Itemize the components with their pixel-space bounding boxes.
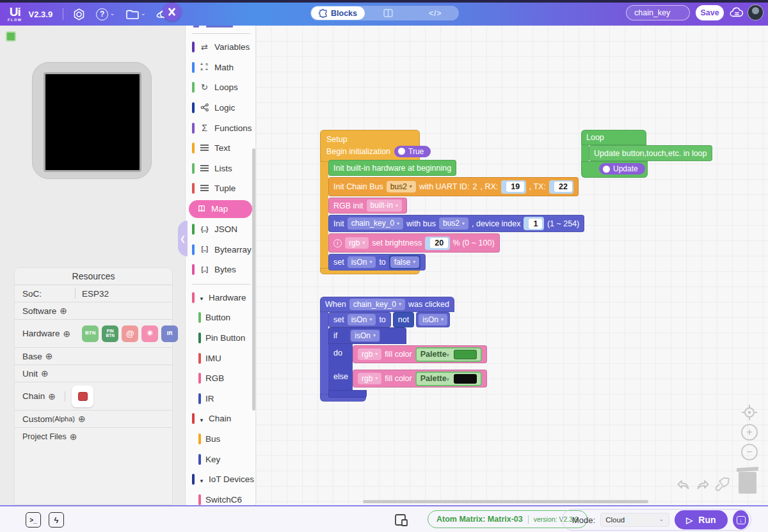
variable-dropdown[interactable]: isOn: [348, 256, 376, 268]
category-functions[interactable]: Σ Functions: [186, 118, 255, 138]
badge-btn[interactable]: BTN: [82, 325, 99, 342]
sidebar-collapse-handle[interactable]: ❮: [178, 221, 188, 256]
redo-button[interactable]: [695, 478, 710, 495]
bus-dropdown[interactable]: bus2: [387, 181, 416, 192]
brightness-input[interactable]: 20: [425, 237, 449, 250]
rgb-init-block[interactable]: RGB init built-in: [328, 198, 407, 214]
variable-dropdown[interactable]: isOn: [419, 314, 447, 325]
trash-button[interactable]: [735, 464, 760, 499]
if-block[interactable]: if isOn: [328, 327, 406, 344]
category-rgb[interactable]: RGB: [186, 368, 255, 389]
user-avatar[interactable]: [748, 4, 764, 20]
category-button[interactable]: Button: [186, 308, 255, 328]
add-custom-button[interactable]: [75, 414, 86, 424]
edit-device-button[interactable]: [163, 3, 181, 21]
category-iot-devices[interactable]: IoT Devices: [186, 469, 255, 490]
run-button[interactable]: ▷ Run: [675, 510, 728, 529]
add-software-button[interactable]: [56, 306, 67, 316]
category-bytearray[interactable]: [..] Bytearray: [186, 239, 255, 260]
project-name-input[interactable]: chain_key: [626, 5, 690, 20]
rgb-device-dropdown[interactable]: rgb: [345, 237, 369, 249]
if-block-foot[interactable]: [328, 390, 367, 398]
fill-color-else-block[interactable]: rgb fill color Palette: [353, 370, 487, 387]
setup-block[interactable]: Setup Begin initialization True: [320, 130, 420, 162]
add-unit-button[interactable]: [38, 368, 49, 379]
category-logic[interactable]: Logic: [186, 98, 255, 118]
tab-split-view[interactable]: [365, 8, 412, 18]
chain-key-device-chip[interactable]: [72, 386, 93, 407]
add-project-file-button[interactable]: [67, 432, 77, 442]
atom-matrix-device-preview[interactable]: [32, 62, 152, 179]
center-workspace-button[interactable]: [741, 404, 758, 423]
badge-ir[interactable]: IR: [161, 325, 178, 342]
rgb-device-dropdown[interactable]: rgb: [358, 373, 381, 384]
category-lists[interactable]: Lists: [186, 159, 255, 179]
add-base-button[interactable]: [42, 351, 53, 361]
boolean-plug[interactable]: false: [389, 255, 420, 269]
false-dropdown[interactable]: false: [390, 256, 419, 268]
firmware-burn-button[interactable]: ϟ: [49, 512, 64, 528]
bus-dropdown[interactable]: bus2: [439, 217, 468, 229]
save-button[interactable]: Save: [696, 5, 724, 20]
category-map[interactable]: Map: [189, 200, 252, 218]
when-block-spine[interactable]: [320, 312, 328, 394]
variable-dropdown[interactable]: isOn: [351, 330, 380, 341]
init-chain-key-block[interactable]: Init chain_key_0 with bus bus2 , device …: [328, 215, 584, 232]
set-variable-block[interactable]: set isOn to false: [328, 254, 426, 270]
tab-blocks[interactable]: Blocks: [311, 6, 365, 20]
category-math[interactable]: + =× ÷ Math: [186, 58, 255, 78]
set-variable-block[interactable]: set isOn to: [328, 312, 391, 327]
category-pin-button[interactable]: Pin Button: [186, 328, 255, 348]
blockly-workspace[interactable]: Setup Begin initialization True Init bui…: [256, 26, 768, 505]
palette-dropdown[interactable]: Palette: [415, 347, 482, 362]
category-variables[interactable]: ⇄ Variables: [186, 37, 255, 58]
if-block-spine[interactable]: do else: [328, 344, 353, 390]
color-swatch[interactable]: [454, 350, 477, 359]
variable-dropdown[interactable]: isOn: [348, 314, 376, 325]
terminal-button[interactable]: >_: [26, 512, 41, 528]
folder-icon[interactable]: [125, 8, 146, 20]
category-chain[interactable]: Chain: [186, 409, 255, 429]
category-json[interactable]: {..} JSON: [186, 219, 255, 240]
set-brightness-block[interactable]: i rgb set brightness 20 % (0 ~ 100): [328, 233, 500, 253]
update-toggle[interactable]: Update: [599, 163, 645, 175]
sidebar-scrollbar[interactable]: [252, 148, 255, 411]
chain-key-dropdown[interactable]: chain_key_0: [348, 217, 403, 229]
not-operand-plug[interactable]: isOn: [416, 312, 450, 327]
device-index-input[interactable]: 1: [524, 217, 543, 230]
condition-plug[interactable]: isOn: [349, 329, 381, 343]
undo-button[interactable]: [676, 478, 691, 495]
badge-rgb-light[interactable]: ☀: [141, 325, 158, 342]
palette-dropdown[interactable]: Palette: [415, 372, 482, 386]
begin-init-toggle[interactable]: True: [394, 146, 431, 157]
badge-pin-btn[interactable]: PIN BTN: [102, 325, 118, 342]
cloud-sync-icon[interactable]: [729, 6, 744, 21]
category-key[interactable]: Key: [186, 449, 255, 469]
add-chain-button[interactable]: [45, 391, 56, 402]
category-switchc6[interactable]: SwitchC6: [186, 489, 255, 505]
zoom-out-button[interactable]: −: [741, 444, 758, 460]
tab-code-view[interactable]: </>: [412, 9, 460, 18]
loop-block[interactable]: Loop: [581, 130, 646, 145]
tx-input[interactable]: 22: [549, 180, 573, 194]
category-hardware[interactable]: Hardware: [186, 288, 255, 308]
zoom-in-button[interactable]: +: [741, 424, 758, 441]
category-tuple[interactable]: Tuple: [186, 178, 255, 199]
canvas-horizontal-scrollbar[interactable]: [363, 500, 648, 503]
init-hardware-block[interactable]: Init built-in hardware at beginning: [328, 160, 456, 176]
color-swatch[interactable]: [454, 374, 477, 384]
mode-select[interactable]: Cloud: [600, 513, 669, 527]
category-loops[interactable]: ↻ Loops: [186, 77, 255, 98]
update-loop-block[interactable]: Update button,touch,etc. in loop: [589, 145, 712, 161]
device-info-icon[interactable]: [394, 512, 409, 530]
settings-icon[interactable]: [72, 8, 86, 21]
rx-input[interactable]: 19: [501, 180, 525, 194]
clean-blocks-button[interactable]: [714, 476, 730, 495]
category-imu[interactable]: IMU: [186, 348, 255, 368]
category-bytes[interactable]: [..] Bytes: [186, 260, 255, 280]
chain-key-dropdown[interactable]: chain_key_0: [349, 299, 405, 310]
when-clicked-block[interactable]: When chain_key_0 was clicked: [320, 297, 454, 312]
rgb-device-dropdown[interactable]: rgb: [358, 348, 381, 360]
info-icon[interactable]: i: [333, 239, 342, 247]
category-bus[interactable]: Bus: [186, 429, 255, 450]
